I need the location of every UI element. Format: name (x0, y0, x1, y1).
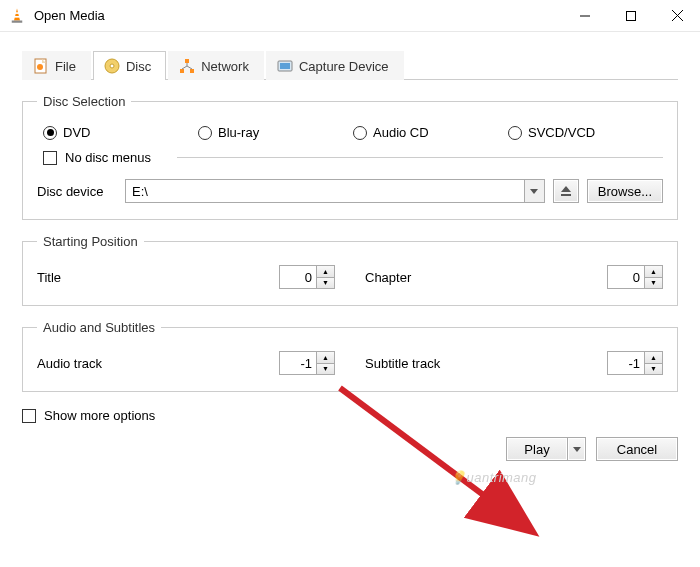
capture-icon (277, 58, 293, 74)
svg-rect-5 (627, 11, 636, 20)
radio-icon (508, 126, 522, 140)
svg-rect-1 (15, 12, 20, 14)
show-more-options-checkbox[interactable] (22, 409, 36, 423)
titlebar: Open Media (0, 0, 700, 32)
play-button[interactable]: Play (506, 437, 568, 461)
svg-marker-0 (14, 8, 20, 20)
svg-marker-24 (573, 447, 581, 452)
disc-device-row: Disc device E:\ Browse... (37, 169, 663, 205)
radio-svcd[interactable]: SVCD/VCD (508, 125, 663, 140)
disc-device-combo[interactable]: E:\ (125, 179, 545, 203)
tab-file-label: File (55, 59, 76, 74)
spinner-up[interactable]: ▲ (645, 266, 662, 278)
no-disc-menus-label: No disc menus (65, 150, 151, 165)
separator (177, 157, 663, 158)
svg-rect-2 (14, 16, 20, 18)
radio-audiocd[interactable]: Audio CD (353, 125, 508, 140)
eject-button[interactable] (553, 179, 579, 203)
spinner-down[interactable]: ▼ (645, 364, 662, 375)
svg-point-12 (110, 64, 114, 68)
browse-button[interactable]: Browse... (587, 179, 663, 203)
subtitle-track-spinner[interactable]: ▲▼ (607, 351, 663, 375)
tab-capture[interactable]: Capture Device (266, 51, 404, 80)
svg-rect-15 (190, 69, 194, 73)
svg-rect-20 (280, 63, 290, 69)
tab-capture-label: Capture Device (299, 59, 389, 74)
window-title: Open Media (34, 8, 562, 23)
starting-position-group: Starting Position Title ▲▼ Chapter ▲▼ (22, 234, 678, 306)
play-split-button: Play (506, 437, 586, 461)
disc-device-value: E:\ (126, 184, 524, 199)
disc-icon (104, 58, 120, 74)
eject-icon (560, 185, 572, 197)
title-input[interactable] (279, 265, 317, 289)
show-more-options-label: Show more options (44, 408, 155, 423)
no-disc-menus-row: No disc menus (37, 144, 663, 169)
chapter-label: Chapter (365, 270, 607, 285)
radio-svcd-label: SVCD/VCD (528, 125, 595, 140)
spinner-down[interactable]: ▼ (317, 278, 334, 289)
dialog-content: File Disc Network Capture Device Disc Se… (0, 32, 700, 400)
radio-bluray[interactable]: Blu-ray (198, 125, 353, 140)
radio-icon (43, 126, 57, 140)
audio-track-label: Audio track (37, 356, 279, 371)
title-label: Title (37, 270, 279, 285)
audio-subtitles-legend: Audio and Subtitles (37, 320, 161, 335)
tab-file[interactable]: File (22, 51, 91, 80)
disc-selection-group: Disc Selection DVD Blu-ray Audio CD SVCD… (22, 94, 678, 220)
play-dropdown-button[interactable] (568, 437, 586, 461)
tab-disc[interactable]: Disc (93, 51, 166, 80)
subtitle-track-input[interactable] (607, 351, 645, 375)
chevron-down-icon (573, 447, 581, 452)
svg-marker-21 (530, 189, 538, 194)
disc-type-row: DVD Blu-ray Audio CD SVCD/VCD (37, 119, 663, 144)
disc-device-label: Disc device (37, 184, 117, 199)
file-icon (33, 58, 49, 74)
spinner-down[interactable]: ▼ (317, 364, 334, 375)
tab-bar: File Disc Network Capture Device (22, 50, 678, 80)
title-spinner[interactable]: ▲▼ (279, 265, 335, 289)
no-disc-menus-checkbox[interactable] (43, 151, 57, 165)
radio-dvd[interactable]: DVD (43, 125, 198, 140)
show-more-options-row: Show more options (22, 408, 678, 423)
audio-track-input[interactable] (279, 351, 317, 375)
dialog-footer: Show more options Play Cancel (0, 400, 700, 475)
cancel-button[interactable]: Cancel (596, 437, 678, 461)
svg-marker-22 (561, 186, 571, 192)
svg-line-17 (182, 66, 187, 69)
audio-subtitles-group: Audio and Subtitles Audio track ▲▼ Subti… (22, 320, 678, 392)
svg-rect-13 (185, 59, 189, 63)
starting-position-legend: Starting Position (37, 234, 144, 249)
disc-selection-legend: Disc Selection (37, 94, 131, 109)
svg-point-10 (37, 64, 43, 70)
browse-label: Browse... (598, 184, 652, 199)
spinner-up[interactable]: ▲ (317, 352, 334, 364)
radio-icon (353, 126, 367, 140)
spinner-down[interactable]: ▼ (645, 278, 662, 289)
minimize-button[interactable] (562, 0, 608, 32)
spinner-up[interactable]: ▲ (645, 352, 662, 364)
svg-rect-23 (561, 194, 571, 196)
svg-line-18 (187, 66, 192, 69)
audio-track-spinner[interactable]: ▲▼ (279, 351, 335, 375)
maximize-button[interactable] (608, 0, 654, 32)
svg-rect-3 (12, 20, 23, 22)
spinner-up[interactable]: ▲ (317, 266, 334, 278)
cancel-label: Cancel (617, 442, 657, 457)
tab-network[interactable]: Network (168, 51, 264, 80)
radio-bluray-label: Blu-ray (218, 125, 259, 140)
network-icon (179, 58, 195, 74)
tab-network-label: Network (201, 59, 249, 74)
svg-rect-14 (180, 69, 184, 73)
tab-disc-label: Disc (126, 59, 151, 74)
play-label: Play (524, 442, 549, 457)
radio-audiocd-label: Audio CD (373, 125, 429, 140)
chapter-input[interactable] (607, 265, 645, 289)
radio-icon (198, 126, 212, 140)
subtitle-track-label: Subtitle track (365, 356, 607, 371)
chevron-down-icon[interactable] (524, 180, 544, 202)
close-button[interactable] (654, 0, 700, 32)
vlc-icon (8, 7, 26, 25)
radio-dvd-label: DVD (63, 125, 90, 140)
chapter-spinner[interactable]: ▲▼ (607, 265, 663, 289)
